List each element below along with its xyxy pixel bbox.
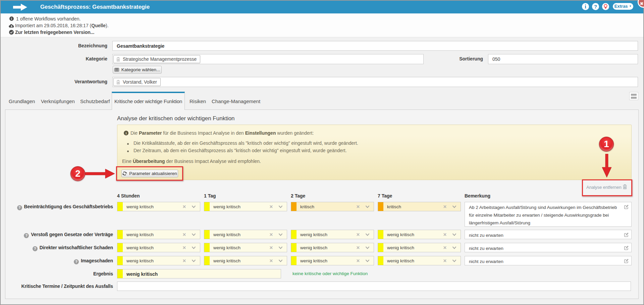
bemerkung-field[interactable]: Ab 2 Arbeitstagen Ausfall/Störung sind A… — [465, 202, 632, 227]
edit-icon[interactable] — [624, 245, 629, 250]
tab-schutzbedarf[interactable]: Schutzbedarf — [80, 98, 110, 106]
tab-verknuepfungen[interactable]: Verknüpfungen — [41, 98, 75, 106]
annotation-step-2-badge: 2 — [70, 166, 85, 181]
tab-grundlagen[interactable]: Grundlagen — [9, 98, 35, 106]
kategorie-waehlen-button[interactable]: Kategorie wählen... — [113, 66, 162, 74]
chevron-down-icon[interactable] — [365, 205, 370, 208]
chevron-down-icon[interactable] — [278, 205, 283, 208]
chevron-down-icon[interactable] — [452, 205, 457, 208]
chevron-down-icon[interactable] — [365, 246, 370, 249]
kritikalitaet-select[interactable]: wenig kritisch✕ — [204, 230, 287, 239]
kritikalitaet-select[interactable]: wenig kritisch✕ — [378, 256, 461, 265]
ergebnis-label: Ergebnis — [0, 271, 113, 276]
kritikalitaet-select[interactable]: kritisch✕ — [291, 202, 374, 211]
sortierung-input[interactable]: 050 — [488, 54, 638, 64]
kritikalitaet-select[interactable]: wenig kritisch✕ — [378, 243, 461, 252]
chevron-down-icon[interactable] — [452, 259, 457, 262]
help-button[interactable]: ? — [592, 3, 599, 10]
kritikalitaet-select[interactable]: wenig kritisch✕ — [291, 243, 374, 252]
clear-icon[interactable]: ✕ — [269, 204, 273, 209]
clear-icon[interactable]: ✕ — [269, 232, 273, 237]
clear-icon[interactable]: ✕ — [182, 258, 186, 263]
kategorie-chip[interactable]: Strategische Managementprozesse — [113, 55, 200, 63]
chevron-down-icon[interactable] — [452, 233, 457, 236]
clear-icon[interactable]: ✕ — [182, 232, 186, 237]
chevron-down-icon[interactable] — [278, 246, 283, 249]
tab-risiken[interactable]: Risiken — [190, 98, 206, 106]
trash-icon[interactable] — [116, 80, 120, 84]
verantwortung-chip[interactable]: Vorstand, Volker — [113, 78, 161, 86]
process-arrow-icon — [13, 4, 27, 12]
kritikalitaet-select[interactable]: wenig kritisch✕ — [204, 256, 287, 265]
kritikalitaet-select[interactable]: wenig kritisch✕ — [204, 202, 287, 211]
chevron-down-icon[interactable] — [192, 259, 196, 262]
clear-icon[interactable]: ✕ — [443, 232, 447, 237]
bemerkung-field[interactable]: nicht zu erwarten — [465, 230, 632, 239]
edit-icon[interactable] — [624, 258, 629, 263]
clear-icon[interactable]: ✕ — [269, 245, 273, 250]
layout-toggle-button[interactable] — [629, 92, 638, 100]
kritikalitaet-select[interactable]: wenig kritisch✕ — [378, 230, 461, 239]
info-circle-icon: i — [9, 16, 14, 22]
edit-icon[interactable] — [624, 204, 629, 209]
clear-icon[interactable]: ✕ — [443, 258, 447, 263]
tab-change-management[interactable]: Change-Management — [212, 98, 260, 106]
kritikalitaet-select[interactable]: wenig kritisch✕ — [117, 230, 200, 239]
import-text-pre: Importiert am 29.05.2018, 16:28:17 ( — [15, 23, 91, 28]
workflow-status-text[interactable]: 1 offene Workflows vorhanden. — [16, 16, 81, 23]
kritikalitaet-select[interactable]: wenig kritisch✕ — [117, 256, 200, 265]
help-circle-icon[interactable]: ? — [74, 259, 79, 264]
kritikalitaet-select[interactable]: wenig kritisch✕ — [117, 243, 200, 252]
clear-icon[interactable]: ✕ — [443, 204, 447, 209]
clear-icon[interactable]: ✕ — [356, 245, 360, 250]
tab-kritische-funktion[interactable]: Kritische oder wichtige Funktion — [112, 92, 185, 110]
level-color-swatch — [204, 202, 210, 211]
clear-icon[interactable]: ✕ — [182, 245, 186, 250]
import-status-text[interactable]: Importiert am 29.05.2018, 16:28:17 (Quel… — [15, 23, 109, 30]
step-number: 2 — [75, 168, 80, 179]
kritikalitaet-select[interactable]: kritisch✕ — [378, 202, 461, 211]
help-circle-icon[interactable]: ? — [33, 246, 38, 251]
kritikalitaet-select[interactable]: wenig kritisch✕ — [204, 243, 287, 252]
alert-intro-text: Die Parameter für die Business Impact An… — [130, 130, 314, 136]
kritikalitaet-select[interactable]: wenig kritisch✕ — [291, 230, 374, 239]
trash-icon[interactable] — [623, 184, 627, 189]
trash-icon[interactable] — [116, 57, 120, 61]
chevron-down-icon[interactable] — [192, 205, 196, 208]
clear-icon[interactable]: ✕ — [182, 204, 186, 209]
chevron-down-icon[interactable] — [192, 246, 196, 249]
kritische-termine-input[interactable] — [117, 281, 631, 291]
kritikalitaet-select[interactable]: wenig kritisch✕ — [291, 256, 374, 265]
close-button[interactable]: ✖ — [639, 0, 644, 7]
clear-icon[interactable]: ✕ — [356, 204, 360, 209]
chevron-down-icon[interactable] — [452, 246, 457, 249]
extras-dropdown[interactable]: Extras ▼ — [613, 3, 633, 10]
bemerkung-field[interactable]: nicht zu erwarten — [465, 256, 632, 265]
clear-icon[interactable]: ✕ — [356, 232, 360, 237]
level-color-swatch — [204, 230, 210, 239]
help-circle-icon[interactable]: ? — [24, 233, 29, 238]
verantwortung-field[interactable] — [112, 77, 638, 87]
edit-icon[interactable] — [624, 232, 629, 237]
help-circle-icon[interactable]: ? — [17, 205, 22, 210]
bullet-icon — [127, 150, 129, 152]
import-source-link[interactable]: Quelle — [91, 23, 106, 28]
bezeichnung-input[interactable]: Gesamtbankstrategie — [112, 41, 638, 51]
app-window: Geschäftsprozess: Gesamtbankstrategie i … — [0, 0, 644, 305]
kritikalitaet-select[interactable]: wenig kritisch✕ — [117, 202, 200, 211]
bemerkung-field[interactable]: nicht zu erwarten — [465, 243, 632, 252]
chevron-down-icon[interactable] — [192, 233, 196, 236]
clear-icon[interactable]: ✕ — [443, 245, 447, 250]
info-button[interactable]: i — [582, 3, 589, 10]
level-color-swatch — [117, 202, 123, 211]
bezeichnung-label: Bezeichnung — [46, 43, 107, 48]
analyse-entfernen-link[interactable]: Analyse entfernen — [586, 185, 622, 190]
hint-bulb-button[interactable] — [602, 3, 609, 10]
clear-icon[interactable]: ✕ — [356, 258, 360, 263]
last-version-link[interactable]: Zur letzten freigegebenen Version... — [15, 30, 95, 36]
chevron-down-icon[interactable] — [278, 259, 283, 262]
chevron-down-icon[interactable] — [278, 233, 283, 236]
chevron-down-icon[interactable] — [365, 233, 370, 236]
chevron-down-icon[interactable] — [365, 259, 370, 262]
clear-icon[interactable]: ✕ — [269, 258, 273, 263]
